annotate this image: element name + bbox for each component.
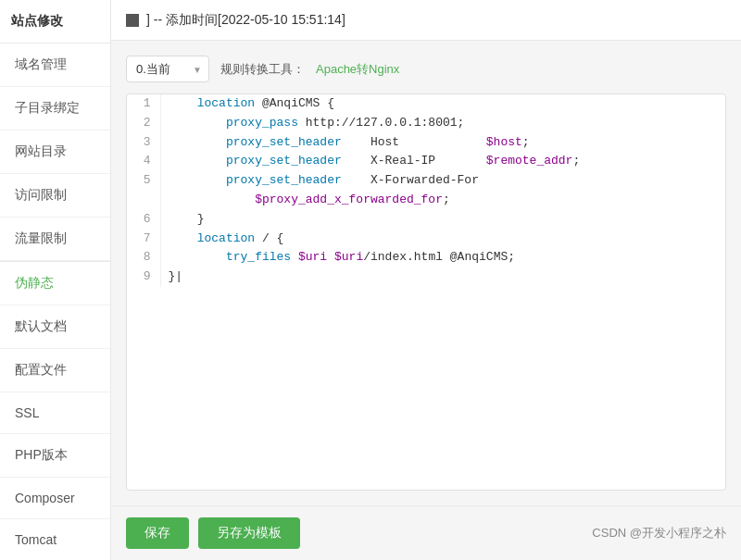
line-content-1: location @AnqiCMS { [160,94,725,114]
sidebar-title: 站点修改 [0,0,110,44]
header-icon [126,14,139,27]
line-num-6: 6 [127,210,160,230]
code-line-8: 8 try_files $uri $uri/index.html @AnqiCM… [127,248,725,268]
line-num-5: 5 [127,171,160,210]
version-select[interactable]: 0.当前 1.备份1 2.备份2 [126,56,209,82]
content-area: 0.当前 1.备份1 2.备份2 ▼ 规则转换工具： Apache转Nginx … [111,41,741,505]
toolbar-row: 0.当前 1.备份1 2.备份2 ▼ 规则转换工具： Apache转Nginx [126,56,726,82]
page-header: ] -- 添加时间[2022-05-10 15:51:14] [111,0,741,41]
sidebar-item-ssl[interactable]: SSL [0,392,110,434]
sidebar-item-domain[interactable]: 域名管理 [0,44,110,87]
rule-label: 规则转换工具： [220,61,305,78]
line-content-2: proxy_pass http://127.0.0.1:8001; [160,114,725,133]
code-table: 1 location @AnqiCMS { 2 proxy_pass http:… [127,94,725,287]
code-line-6: 6 } [127,210,725,230]
footer: 保存 另存为模板 CSDN @开发小程序之朴 [111,505,741,560]
sidebar: 站点修改 域名管理 子目录绑定 网站目录 访问限制 流量限制 伪静态 默认文档 … [0,0,111,560]
sidebar-item-webdir[interactable]: 网站目录 [0,131,110,174]
sidebar-item-composer[interactable]: Composer [0,478,110,519]
code-line-5: 5 proxy_set_header X-Forwarded-For $prox… [127,171,725,210]
line-num-4: 4 [127,152,160,171]
line-num-9: 9 [127,268,160,287]
sidebar-item-access[interactable]: 访问限制 [0,174,110,218]
sidebar-item-rewrite[interactable]: 伪静态 [0,262,110,305]
line-num-8: 8 [127,248,160,268]
apache-to-nginx-link[interactable]: Apache转Nginx [316,61,399,78]
sidebar-item-traffic[interactable]: 流量限制 [0,218,110,261]
code-line-1: 1 location @AnqiCMS { [127,94,725,114]
code-editor[interactable]: 1 location @AnqiCMS { 2 proxy_pass http:… [126,93,726,491]
sidebar-item-tomcat[interactable]: Tomcat [0,519,110,560]
line-content-3: proxy_set_header Host $host; [160,133,725,153]
code-line-7: 7 location / { [127,230,725,249]
line-num-1: 1 [127,94,160,114]
sidebar-item-subdir[interactable]: 子目录绑定 [0,87,110,131]
code-line-3: 3 proxy_set_header Host $host; [127,133,725,153]
sidebar-item-config[interactable]: 配置文件 [0,349,110,392]
code-line-9: 9 }| [127,268,725,287]
sidebar-item-php[interactable]: PHP版本 [0,434,110,478]
line-num-2: 2 [127,114,160,133]
save-button[interactable]: 保存 [126,517,189,549]
version-select-wrapper: 0.当前 1.备份1 2.备份2 ▼ [126,56,209,82]
save-as-template-button[interactable]: 另存为模板 [198,517,300,549]
line-content-6: } [160,210,725,230]
main-content: ] -- 添加时间[2022-05-10 15:51:14] 0.当前 1.备份… [111,0,741,560]
line-content-9: }| [160,268,725,287]
code-line-4: 4 proxy_set_header X-Real-IP $remote_add… [127,152,725,171]
line-content-7: location / { [160,230,725,249]
footer-credit: CSDN @开发小程序之朴 [592,525,726,541]
line-content-8: try_files $uri $uri/index.html @AnqiCMS; [160,248,725,268]
sidebar-item-default-doc[interactable]: 默认文档 [0,305,110,349]
code-line-2: 2 proxy_pass http://127.0.0.1:8001; [127,114,725,133]
line-num-7: 7 [127,230,160,249]
line-content-4: proxy_set_header X-Real-IP $remote_addr; [160,152,725,171]
line-content-5: proxy_set_header X-Forwarded-For $proxy_… [160,171,725,210]
header-title: ] -- 添加时间[2022-05-10 15:51:14] [146,12,345,29]
line-num-3: 3 [127,133,160,153]
